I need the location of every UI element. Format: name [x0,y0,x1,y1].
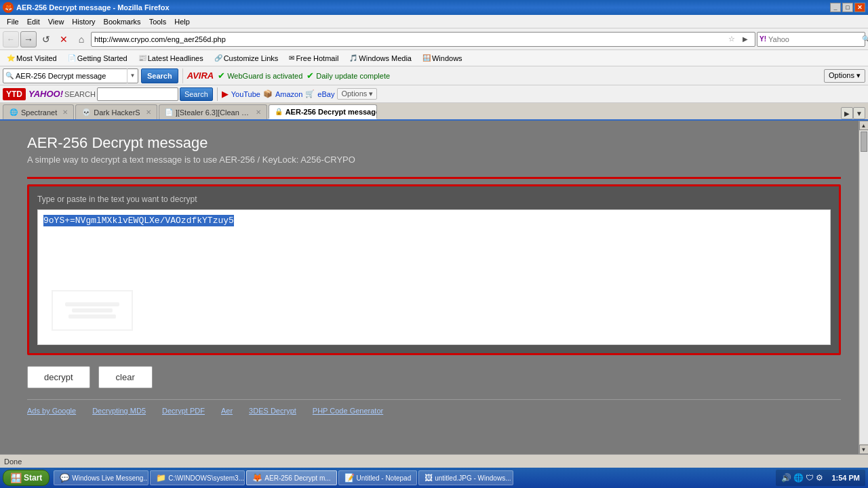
tab-favicon-stealer: 📄 [165,108,173,117]
ebay-link[interactable]: eBay [317,90,334,98]
footer-link-md5[interactable]: Decrypting MD5 [92,407,146,415]
tab-close-spectranet[interactable]: ✕ [62,108,68,116]
scroll-track[interactable] [860,131,868,444]
youtube-link[interactable]: YouTube [231,90,260,98]
inner-page: AER-256 Decrypt message A simple way to … [0,121,868,454]
options-button[interactable]: Options ▾ [824,69,865,83]
bookmark-star[interactable]: ☆ [725,33,738,46]
bookmark-customize[interactable]: 🔗 Customize Links [210,53,283,64]
tab-close-dark-hackers[interactable]: ✕ [146,108,151,116]
menu-edit[interactable]: Edit [23,16,44,27]
tabs-list-button[interactable]: ▼ [853,107,865,119]
yahoo-bar-logo: YAHOO! [28,89,63,99]
action-buttons: decrypt clear [27,366,841,388]
news-icon: 📰 [138,54,146,62]
menu-view[interactable]: View [44,16,68,27]
scroll-up-button[interactable]: ▲ [859,121,869,130]
bookmark-most-visited[interactable]: ⭐ Most Visited [3,53,61,64]
tray-icon-1[interactable]: 🔊 [781,473,791,483]
menu-bar: File Edit View History Bookmarks Tools H… [0,15,868,28]
forward-button[interactable]: → [20,31,37,47]
tray-icon-3[interactable]: 🛡 [806,473,814,483]
amazon-link[interactable]: Amazon [275,90,302,98]
webguard-label: WebGuard is activated [227,72,302,80]
bookmark-windows-media[interactable]: 🎵 Windows Media [345,53,416,64]
status-bar: Done [0,454,868,468]
footer-link-3des[interactable]: 3DES Decrypt [249,407,296,415]
tab-stealer[interactable]: 📄 ][Stealer 6.3][Clean version][ ✕ [159,104,267,119]
taskbar-items: 💬 Windows Live Messeng... 📁 C:\WINDOWS\s… [54,470,513,485]
menu-file[interactable]: File [3,16,23,27]
bookmark-windows[interactable]: 🪟 Windows [418,53,467,64]
decrypt-box: Type or paste in the text you want to de… [27,184,841,355]
box-label: Type or paste in the text you want to de… [37,195,831,204]
text-area-container[interactable]: 9oYS+=NVgmlMXklvEWQLXe/VAOzdfkYTzuy5 [37,209,831,345]
tabs-controls: ▶ ▼ [841,107,865,119]
tab-aer-256[interactable]: 🔒 AER-256 Decrypt message ✕ [269,104,377,119]
scroll-down-button[interactable]: ▼ [859,445,869,454]
search-input[interactable] [16,72,127,80]
tab-dark-hackers[interactable]: 💀 Dark HackerS ✕ [75,104,157,119]
taskbar-item-messenger[interactable]: 💬 Windows Live Messeng... [54,470,149,485]
star-icon: ⭐ [7,54,15,62]
stop-button[interactable]: ✕ [56,31,72,47]
minimize-button[interactable]: _ [830,3,841,12]
back-button[interactable]: ← [3,31,19,47]
yahoo-search-go[interactable]: 🔍 [862,33,868,46]
nav-bar: ← → ↺ ✕ ⌂ ☆ ▶ Y! 🔍 [0,28,868,50]
menu-bookmarks[interactable]: Bookmarks [100,16,145,27]
webguard-check-icon: ✔ [218,70,225,81]
new-tab-button[interactable]: ▶ [841,107,853,119]
yahoo-bar-input[interactable] [97,87,178,101]
tab-favicon-spectranet: 🌐 [9,108,18,117]
daily-badge: ✔ Daily update complete [307,70,390,81]
refresh-button[interactable]: ↺ [38,31,54,47]
footer-link-php[interactable]: PHP Code Generator [313,407,383,415]
firefox-icon: 🦊 [3,2,14,13]
tray-icon-2[interactable]: 🌐 [793,473,804,483]
page-title: AER-256 Decrypt message [27,134,841,152]
ebay-icon: 🛒 [305,89,315,98]
taskbar-item-cmd[interactable]: 📁 C:\WINDOWS\system3... [150,470,245,485]
clear-button[interactable]: clear [98,366,153,388]
home-button[interactable]: ⌂ [73,31,90,47]
ytd-options-dropdown[interactable]: Options ▾ [337,88,377,100]
taskbar: 🪟 Start 💬 Windows Live Messeng... 📁 C:\W… [0,468,868,488]
yahoo-search-input[interactable] [768,35,862,43]
address-input[interactable] [94,35,725,43]
scroll-thumb[interactable] [861,131,867,152]
tray-icon-4[interactable]: ⚙ [816,473,823,483]
tabs-bar: 🌐 Spectranet ✕ 💀 Dark HackerS ✕ 📄 ][Stea… [0,103,868,121]
taskbar-item-image[interactable]: 🖼 untitled.JPG - Windows... [418,470,513,485]
search-dropdown-arrow[interactable]: ▼ [127,68,138,83]
menu-history[interactable]: History [68,16,99,27]
yahoo-bar-search-text: SEARCH [64,90,96,98]
tab-close-stealer[interactable]: ✕ [256,108,261,116]
footer-link-ads[interactable]: Ads by Google [27,407,76,415]
toolbar-separator-1 [182,68,183,83]
bookmark-hotmail[interactable]: ✉ Free Hotmail [285,53,342,64]
bookmark-headlines[interactable]: 📰 Latest Headlines [134,53,208,64]
footer-link-aer[interactable]: Aer [221,407,233,415]
window-controls: _ □ ✕ [830,3,865,12]
clock: 1:54 PM [831,474,860,482]
menu-help[interactable]: Help [170,16,194,27]
search-button[interactable]: Search [141,68,178,83]
close-button[interactable]: ✕ [854,3,865,12]
windows-start-icon: 🪟 [10,472,22,483]
tab-spectranet[interactable]: 🌐 Spectranet ✕ [3,104,74,119]
maximize-button[interactable]: □ [842,3,853,12]
input-text[interactable]: 9oYS+=NVgmlMXklvEWQLXe/VAOzdfkYTzuy5 [43,215,234,226]
footer-link-pdf[interactable]: Decrypt PDF [162,407,205,415]
ytd-search-button[interactable]: Search [180,87,213,101]
messenger-taskbar-icon: 💬 [60,473,70,483]
decrypt-button[interactable]: decrypt [27,366,90,388]
start-button[interactable]: 🪟 Start [3,470,50,486]
taskbar-item-notepad[interactable]: 📝 Untitled - Notepad [338,470,418,485]
taskbar-item-firefox[interactable]: 🦊 AER-256 Decrypt m... [246,470,336,485]
webguard-badge: ✔ WebGuard is activated [218,70,302,81]
go-button[interactable]: ▶ [738,33,752,46]
window-title: AER-256 Decrypt message - Mozilla Firefo… [16,3,170,12]
menu-tools[interactable]: Tools [145,16,171,27]
bookmark-getting-started[interactable]: 📄 Getting Started [64,53,132,64]
